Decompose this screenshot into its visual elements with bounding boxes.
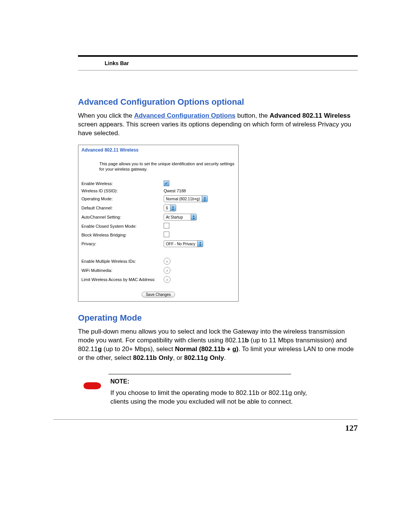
text-fragment: When you click the (78, 112, 134, 119)
row-operating-mode: Operating Mode: Normal (802.11b+g) ▲▼ (78, 194, 238, 203)
text-fragment: (up to 20+ Mbps), select (102, 345, 175, 353)
page-header: Links Bar (78, 58, 358, 70)
closed-system-checkbox[interactable] (164, 223, 169, 228)
default-channel-value: 6 (164, 206, 170, 210)
label-privacy: Privacy: (78, 239, 161, 248)
header-rule-heavy (78, 55, 358, 57)
chevron-updown-icon: ▲▼ (202, 196, 207, 202)
label-autochannel: AutoChannel Setting: (78, 212, 161, 222)
row-enable-wireless: Enable Wireless: ✓ (78, 179, 238, 187)
row-multiple-ids: Enable Multiple Wireless IDs: › (78, 257, 238, 266)
label-wireless-id: Wireless ID (SSID): (78, 187, 161, 194)
panel-footer: Save Changes (78, 284, 238, 301)
label-multiple-ids: Enable Multiple Wireless IDs: (78, 257, 161, 266)
header-section-label: Links Bar (105, 60, 129, 66)
privacy-value: OFF - No Privacy (164, 242, 197, 246)
chevron-updown-icon: ▲▼ (170, 205, 176, 211)
label-closed-system: Enable Closed System Mode: (78, 222, 161, 230)
mac-limit-expand-button[interactable]: › (164, 276, 170, 283)
label-block-bridging: Block Wireless Bridging: (78, 230, 161, 239)
panel-title: Advanced 802.11 Wireless (78, 145, 238, 153)
advanced-config-options-link[interactable]: Advanced Configuration Options (134, 112, 235, 119)
section-heading-advanced-config: Advanced Configuration Options optional (78, 97, 358, 107)
chevron-updown-icon: ▲▼ (191, 214, 196, 220)
row-block-bridging: Block Wireless Bridging: (78, 230, 238, 239)
label-mac-limit: Limit Wireless Access by MAC Address: (78, 275, 161, 284)
text-bold: Normal (802.11b + g) (175, 345, 239, 353)
settings-table: Enable Wireless: ✓ Wireless ID (SSID): Q… (78, 179, 238, 284)
pointing-hand-icon (82, 378, 103, 395)
operating-mode-value: Normal (802.11b+g) (164, 197, 202, 201)
default-channel-select[interactable]: 6 ▲▼ (164, 204, 176, 211)
label-operating-mode: Operating Mode: (78, 194, 161, 203)
section2-paragraph: The pull-down menu allows you to select … (78, 328, 358, 363)
document-page: Links Bar Advanced Configuration Options… (0, 0, 411, 532)
text-fragment: button, the (236, 112, 270, 119)
note-content: NOTE: If you choose to limit the operati… (110, 378, 318, 406)
text-fragment: screen appears. This screen varies its o… (78, 121, 351, 137)
label-default-channel: Default Channel: (78, 203, 161, 212)
text-bold: b (245, 337, 249, 344)
privacy-select[interactable]: OFF - No Privacy ▲▼ (164, 240, 203, 247)
note-block: NOTE: If you choose to limit the operati… (82, 378, 358, 406)
multiple-ids-expand-button[interactable]: › (164, 258, 170, 265)
chevron-updown-icon: ▲▼ (197, 241, 203, 247)
save-changes-button[interactable]: Save Changes (142, 292, 175, 297)
text-bold: g (98, 345, 102, 353)
row-mac-limit: Limit Wireless Access by MAC Address: › (78, 275, 238, 284)
row-wireless-id: Wireless ID (SSID): Qwest 7188 (78, 187, 238, 194)
text-bold: Advanced 802.11 Wireless (270, 112, 350, 119)
footer-rule (53, 419, 358, 420)
note-text: If you choose to limit the operating mod… (110, 389, 318, 406)
autochannel-value: At Startup (164, 215, 191, 219)
autochannel-select[interactable]: At Startup ▲▼ (164, 214, 197, 220)
block-bridging-checkbox[interactable] (164, 232, 169, 237)
note-heading: NOTE: (110, 378, 318, 385)
enable-wireless-checkbox[interactable]: ✓ (164, 181, 169, 186)
label-enable-wireless: Enable Wireless: (78, 179, 161, 187)
text-fragment: , or (173, 354, 184, 361)
wireless-id-value: Qwest 7188 (164, 189, 186, 193)
page-number: 127 (345, 423, 358, 433)
text-fragment: . (224, 354, 226, 361)
header-rule-light (78, 70, 358, 70)
operating-mode-select[interactable]: Normal (802.11b+g) ▲▼ (164, 195, 208, 202)
row-autochannel: AutoChannel Setting: At Startup ▲▼ (78, 212, 238, 222)
spacer-row (78, 248, 238, 257)
advanced-wireless-panel: Advanced 802.11 Wireless This page allow… (78, 145, 239, 302)
text-bold: 802.11g Only (184, 354, 224, 361)
note-top-rule (108, 374, 291, 374)
text-bold: 802.11b Only (133, 354, 173, 361)
row-wifi-multimedia: WiFi Multimedia: › (78, 266, 238, 275)
row-default-channel: Default Channel: 6 ▲▼ (78, 203, 238, 212)
section1-paragraph: When you click the Advanced Configuratio… (78, 112, 358, 138)
row-privacy: Privacy: OFF - No Privacy ▲▼ (78, 239, 238, 248)
row-closed-system: Enable Closed System Mode: (78, 222, 238, 230)
label-wifi-multimedia: WiFi Multimedia: (78, 266, 161, 275)
panel-description: This page allows you to set the unique i… (78, 153, 238, 180)
section-heading-operating-mode: Operating Mode (78, 313, 358, 323)
wifi-multimedia-expand-button[interactable]: › (164, 267, 170, 274)
